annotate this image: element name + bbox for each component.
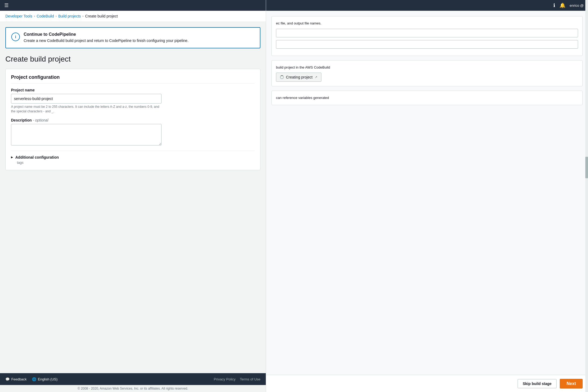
scrollbar-track <box>585 0 588 392</box>
right-card-1-input-1[interactable] <box>276 29 578 37</box>
breadcrumb-codebuild[interactable]: CodeBuild <box>37 14 54 18</box>
right-top-bar: ℹ 🔔 enrico @ <box>266 0 588 11</box>
right-card-3: can reference variables generated <box>271 91 583 105</box>
info-icon-topbar[interactable]: ℹ <box>553 2 555 8</box>
external-link-icon: ↗ <box>315 75 317 79</box>
right-card-1-text: ec file, and output file names. <box>276 21 578 26</box>
project-name-field: Project name A project name must be 2 to… <box>11 88 255 114</box>
project-config-title: Project configuration <box>11 74 255 84</box>
skip-build-stage-button[interactable]: Skip build stage <box>518 379 557 388</box>
language-selector[interactable]: 🌐 English (US) <box>32 377 58 381</box>
triangle-icon: ▶ <box>11 156 13 159</box>
right-card-2: build project in the AWS CodeBuild Creat… <box>271 60 583 87</box>
breadcrumb-developer-tools[interactable]: Developer Tools <box>5 14 32 18</box>
breadcrumb-build-projects[interactable]: Build projects <box>58 14 81 18</box>
feedback-label: Feedback <box>11 377 27 381</box>
additional-config-title: Additional configuration <box>15 155 59 159</box>
globe-icon: 🌐 <box>32 377 36 381</box>
breadcrumb-sep-2: › <box>56 14 57 18</box>
terms-link[interactable]: Terms of Use <box>240 377 260 381</box>
info-icon: i <box>11 33 20 41</box>
breadcrumb-current-page: Create build project <box>85 14 118 18</box>
right-panel: ℹ 🔔 enrico @ ec file, and output file na… <box>266 0 588 392</box>
footer-copyright: © 2008 - 2020, Amazon Web Services, Inc.… <box>0 385 266 392</box>
feedback-icon: 💬 <box>5 377 10 381</box>
project-name-label: Project name <box>11 88 255 92</box>
info-banner-description: Create a new CodeBuild build project and… <box>24 38 188 44</box>
user-label[interactable]: enrico @ <box>570 3 584 8</box>
language-label: English (US) <box>38 377 58 381</box>
right-card-2-text: build project in the AWS CodeBuild <box>276 65 578 70</box>
description-label: Description - optional <box>11 118 255 122</box>
description-textarea[interactable] <box>11 124 162 145</box>
right-panel-content: ec file, and output file names. build pr… <box>266 11 588 375</box>
description-optional: - optional <box>33 118 48 122</box>
breadcrumb-sep-3: › <box>83 14 84 18</box>
scrollbar-thumb[interactable] <box>585 157 588 178</box>
project-name-input[interactable] <box>11 94 162 104</box>
bell-icon[interactable]: 🔔 <box>560 2 565 8</box>
description-field: Description - optional <box>11 118 255 146</box>
breadcrumb: Developer Tools › CodeBuild › Build proj… <box>0 11 266 22</box>
project-config-card: Project configuration Project name A pro… <box>5 69 260 170</box>
project-name-hint: A project name must be 2 to 255 characte… <box>11 105 162 114</box>
action-bar: Skip build stage Next <box>266 375 588 392</box>
info-banner-text: Continue to CodePipeline Create a new Co… <box>24 32 188 44</box>
footer-bar: 💬 Feedback 🌐 English (US) Privacy Policy… <box>0 373 266 385</box>
right-card-3-text: can reference variables generated <box>276 95 578 101</box>
additional-config-sub: tags <box>11 161 255 165</box>
menu-icon[interactable]: ☰ <box>4 2 9 8</box>
creating-project-button[interactable]: Creating project ↗ <box>276 73 321 82</box>
next-button[interactable]: Next <box>560 379 583 389</box>
info-banner: i Continue to CodePipeline Create a new … <box>5 27 260 48</box>
additional-config-toggle[interactable]: ▶ Additional configuration <box>11 155 255 159</box>
page-title: Create build project <box>5 55 260 63</box>
breadcrumb-sep-1: › <box>34 14 35 18</box>
right-card-1: ec file, and output file names. <box>271 16 583 56</box>
privacy-link[interactable]: Privacy Policy <box>214 377 236 381</box>
creating-project-label: Creating project <box>286 75 313 79</box>
right-card-1-input-2[interactable] <box>276 40 578 49</box>
spinner-icon <box>280 75 284 79</box>
additional-config-section: ▶ Additional configuration tags <box>11 151 255 165</box>
info-banner-title: Continue to CodePipeline <box>24 32 188 37</box>
top-navigation: ☰ <box>0 0 266 11</box>
footer-left: 💬 Feedback 🌐 English (US) <box>5 377 58 381</box>
main-content: i Continue to CodePipeline Create a new … <box>0 22 266 373</box>
feedback-button[interactable]: 💬 Feedback <box>5 377 27 381</box>
footer-right: Privacy Policy Terms of Use <box>214 377 261 381</box>
